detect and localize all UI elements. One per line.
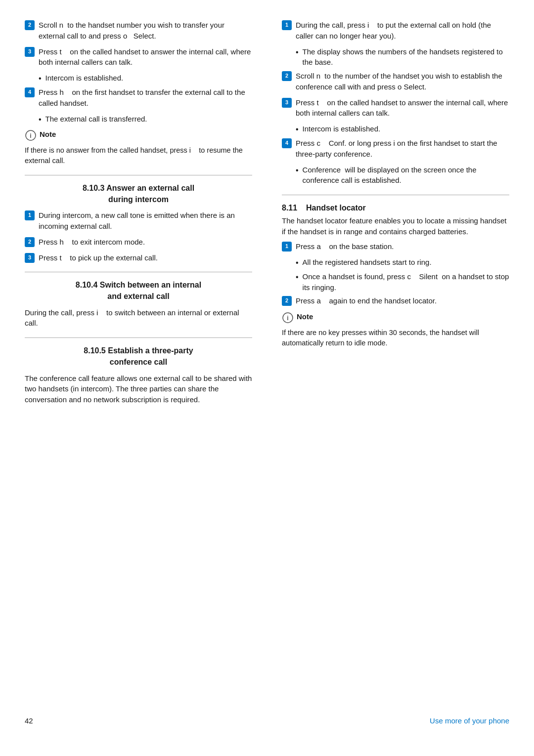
step-item: 1 During intercom, a new call tone is em… [25, 210, 252, 232]
step-item: 4 Press h on the first handset to transf… [25, 87, 252, 109]
step-badge-1: 1 [282, 20, 292, 30]
step-8103-2-text: Press h to exit intercom mode. [39, 237, 252, 248]
step-3-text: Press t on the called handset to answer … [39, 46, 252, 68]
step-badge-4: 4 [282, 138, 292, 148]
step-811-1-text: Press a on the base station. [296, 241, 509, 252]
note-icon: i [25, 129, 37, 141]
step-badge-2: 2 [282, 296, 292, 306]
bullet-dot: • [296, 271, 299, 283]
note-811-text: If there are no key presses within 30 se… [282, 328, 509, 348]
step-badge-3: 3 [25, 47, 35, 57]
step-r1-text: During the call, press i to put the exte… [296, 20, 509, 42]
left-column: 2 Scroll n to the handset number you wis… [25, 20, 267, 696]
step-badge-2: 2 [25, 20, 35, 30]
step-badge-1: 1 [282, 242, 292, 252]
note-text: If there is no answer from the called ha… [25, 145, 252, 166]
section-811-heading: 8.11 Handset locator [282, 202, 509, 213]
right-column: 1 During the call, press i to put the ex… [267, 20, 509, 696]
step-item: 3 Press t to pick up the external call. [25, 252, 252, 263]
note-block: i Note [282, 311, 509, 324]
step-badge-3: 3 [25, 253, 35, 263]
step-r3-text: Press t on the called handset to answer … [296, 97, 509, 119]
step-item: 3 Press t on the called handset to answe… [25, 46, 252, 68]
section-8105-body: The conference call feature allows one e… [25, 373, 252, 405]
section-divider [25, 175, 252, 175]
bullet-811-found-text: Once a handset is found, press c Silent … [303, 271, 509, 293]
bullet-dot: • [296, 46, 299, 58]
section-8103-title: 8.10.3 Answer an external call during in… [25, 182, 252, 205]
section-8105-title: 8.10.5 Establish a three-party conferenc… [25, 345, 252, 368]
bullet-item: • Intercom is established. [39, 73, 252, 84]
section-divider [282, 195, 509, 195]
page-number: 42 [25, 715, 33, 726]
svg-text:i: i [30, 132, 31, 139]
bullet-item: • Intercom is established. [296, 124, 509, 135]
bullet-r-intercom-text: Intercom is established. [303, 124, 381, 134]
note-word: Note [40, 129, 56, 140]
section-8104-title: 8.10.4 Switch between an internal and ex… [25, 279, 252, 302]
bullet-item: • Once a handset is found, press c Silen… [296, 271, 509, 293]
bullet-item: • All the registered handsets start to r… [296, 257, 509, 268]
note-block: i Note [25, 129, 252, 141]
section-divider [25, 272, 252, 272]
step-item: 2 Scroll n to the number of the handset … [282, 71, 509, 92]
section-divider [25, 337, 252, 338]
note-icon: i [282, 312, 294, 324]
section-8104-body: During the call, press i to switch betwe… [25, 307, 252, 329]
bullet-intercom-text: Intercom is established. [45, 73, 124, 84]
step-item: 1 During the call, press i to put the ex… [282, 20, 509, 42]
step-badge-2: 2 [282, 71, 292, 81]
bullet-dot: • [39, 114, 42, 125]
bullet-display-text: The display shows the numbers of the han… [303, 46, 509, 68]
step-badge-4: 4 [25, 87, 35, 97]
bullet-item: • The external call is transferred. [39, 114, 252, 125]
step-badge-1: 1 [25, 210, 35, 220]
step-badge-3: 3 [282, 98, 292, 108]
step-4-text: Press h on the first handset to transfer… [39, 87, 252, 109]
footer-tagline: Use more of your phone [430, 715, 509, 726]
step-item: 4 Press c Conf. or long press i on the f… [282, 138, 509, 160]
bullet-transferred-text: The external call is transferred. [45, 114, 147, 125]
step-item: 1 Press a on the base station. [282, 241, 509, 252]
step-r2-text: Scroll n to the number of the handset yo… [296, 71, 509, 92]
two-column-layout: 2 Scroll n to the handset number you wis… [25, 20, 509, 696]
bullet-dot: • [296, 124, 299, 135]
page-footer: 42 Use more of your phone [25, 711, 509, 726]
bullet-conference-text: Conference will be displayed on the scre… [303, 165, 509, 186]
step-item: 2 Press a again to end the handset locat… [282, 295, 509, 306]
step-item: 2 Press h to exit intercom mode. [25, 237, 252, 248]
bullet-dot: • [296, 257, 299, 268]
step-item: 3 Press t on the called handset to answe… [282, 97, 509, 119]
note-word: Note [297, 311, 313, 322]
step-badge-2: 2 [25, 237, 35, 247]
section-811-body: The handset locator feature enables you … [282, 215, 509, 237]
bullet-item: • Conference will be displayed on the sc… [296, 165, 509, 186]
svg-text:i: i [287, 315, 288, 322]
step-r4-text: Press c Conf. or long press i on the fir… [296, 138, 509, 160]
page: 2 Scroll n to the handset number you wis… [0, 0, 534, 756]
step-item: 2 Scroll n to the handset number you wis… [25, 20, 252, 42]
step-811-2-text: Press a again to end the handset locator… [296, 295, 509, 306]
step-8103-3-text: Press t to pick up the external call. [39, 252, 252, 263]
bullet-811-ring-text: All the registered handsets start to rin… [303, 257, 432, 268]
bullet-dot: • [296, 165, 299, 176]
step-2-text: Scroll n to the handset number you wish … [39, 20, 252, 42]
step-8103-1-text: During intercom, a new call tone is emit… [39, 210, 252, 232]
bullet-dot: • [39, 73, 42, 84]
bullet-item: • The display shows the numbers of the h… [296, 46, 509, 68]
